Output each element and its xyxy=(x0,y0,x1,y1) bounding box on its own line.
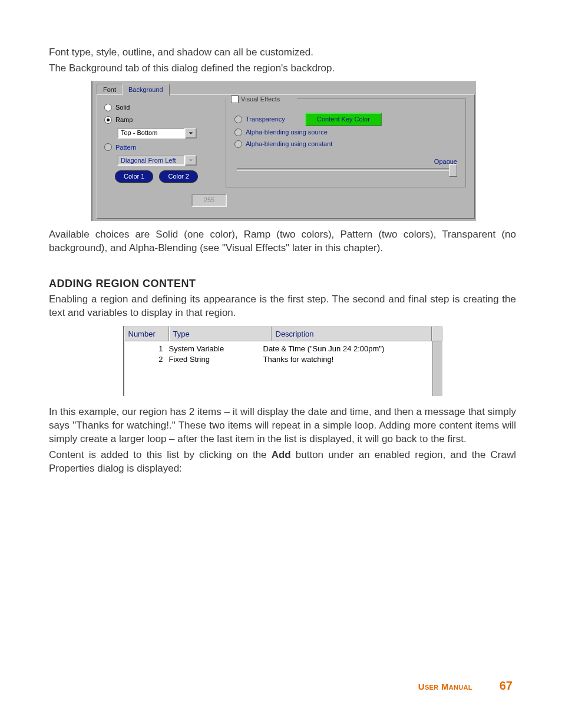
radio-solid-label: Solid xyxy=(115,103,130,112)
radio-solid[interactable] xyxy=(104,104,112,111)
radio-transparency-label: Transparency xyxy=(246,115,285,124)
radio-alpha-source-label: Alpha-blending using source xyxy=(246,128,328,137)
color2-button[interactable]: Color 2 xyxy=(159,170,197,183)
radio-transparency[interactable] xyxy=(234,116,242,123)
ramp-direction-value: Top - Bottom xyxy=(117,128,185,139)
intro-line-1: Font type, style, outline, and shadow ca… xyxy=(49,46,516,60)
cell-number: 2 xyxy=(128,354,169,365)
cell-description: Thanks for watching! xyxy=(263,354,429,365)
add-content-paragraph: Content is added to this list by clickin… xyxy=(49,449,516,476)
pattern-direction-combo: Diagonal From Left xyxy=(117,155,197,166)
add-bold: Add xyxy=(272,449,291,460)
footer-label: User Manual xyxy=(418,681,472,693)
content-key-color-button[interactable]: Content Key Color xyxy=(305,113,382,126)
color1-button[interactable]: Color 1 xyxy=(115,170,153,183)
after-dialog-paragraph: Available choices are Solid (one color),… xyxy=(49,228,516,255)
tab-background[interactable]: Background xyxy=(122,84,170,95)
cell-type: System Variable xyxy=(169,344,263,354)
col-description[interactable]: Description xyxy=(272,327,432,342)
visual-effects-checkbox[interactable] xyxy=(231,95,239,103)
cell-type: Fixed String xyxy=(169,354,263,365)
opacity-slider-thumb[interactable] xyxy=(449,164,457,177)
radio-alpha-constant-label: Alpha-blending using constant xyxy=(246,140,332,149)
footer-page: 67 xyxy=(500,678,513,694)
example-paragraph: In this example, our region has 2 items … xyxy=(49,406,516,446)
radio-alpha-source[interactable] xyxy=(234,129,242,136)
background-tab-dialog: Font Background Solid Ramp Top - Bottom xyxy=(91,81,476,221)
radio-alpha-constant[interactable] xyxy=(234,140,242,148)
col-number[interactable]: Number xyxy=(124,327,169,342)
ramp-direction-combo[interactable]: Top - Bottom xyxy=(117,128,197,139)
chevron-down-icon xyxy=(185,155,197,166)
radio-ramp[interactable] xyxy=(104,116,112,124)
table-row[interactable]: 1 System Variable Date & Time ("Sun Jun … xyxy=(128,344,429,354)
section-intro: Enabling a region and defining its appea… xyxy=(49,293,516,320)
add-content-text-a: Content is added to this list by clickin… xyxy=(49,449,272,460)
intro-line-2: The Background tab of this dialog define… xyxy=(49,62,516,75)
table-row[interactable]: 2 Fixed String Thanks for watching! xyxy=(128,354,429,365)
visual-effects-title: Visual Effects xyxy=(241,95,280,104)
scroll-header xyxy=(432,327,442,342)
radio-pattern[interactable] xyxy=(104,143,112,151)
chevron-down-icon[interactable] xyxy=(185,128,197,139)
opacity-slider[interactable] xyxy=(237,168,455,171)
opacity-value: 255 xyxy=(191,194,227,207)
radio-pattern-label: Pattern xyxy=(115,143,136,152)
vertical-scrollbar[interactable] xyxy=(432,341,442,396)
cell-number: 1 xyxy=(128,344,169,354)
tab-font[interactable]: Font xyxy=(97,84,123,95)
cell-description: Date & Time ("Sun Jun 24 2:00pm") xyxy=(263,344,429,354)
section-heading: ADDING REGION CONTENT xyxy=(49,276,516,291)
radio-ramp-label: Ramp xyxy=(115,116,133,124)
visual-effects-group: Visual Effects Transparency Content Key … xyxy=(226,98,466,187)
region-content-table: Number Type Description 1 System Variabl… xyxy=(123,326,442,396)
pattern-direction-value: Diagonal From Left xyxy=(117,155,185,166)
col-type[interactable]: Type xyxy=(169,327,272,342)
